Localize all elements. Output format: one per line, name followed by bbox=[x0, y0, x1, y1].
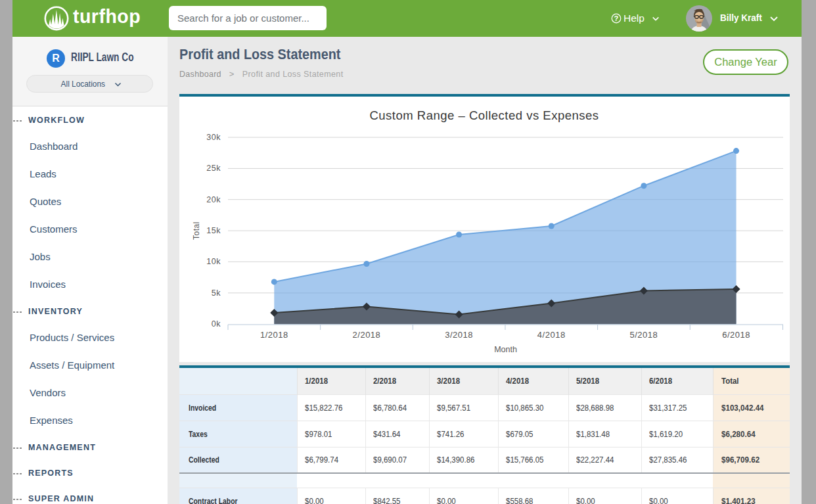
svg-text:3/2018: 3/2018 bbox=[445, 330, 473, 340]
svg-text:4/2018: 4/2018 bbox=[537, 330, 566, 340]
svg-text:25k: 25k bbox=[206, 164, 221, 173]
svg-text:2/2018: 2/2018 bbox=[353, 330, 381, 340]
svg-text:6/2018: 6/2018 bbox=[722, 330, 750, 340]
svg-text:0k: 0k bbox=[212, 319, 221, 329]
svg-text:Custom Range – Collected vs Ex: Custom Range – Collected vs Expenses bbox=[369, 108, 599, 122]
svg-text:?: ? bbox=[614, 14, 619, 22]
svg-text:30k: 30k bbox=[206, 133, 221, 142]
svg-text:Month: Month bbox=[494, 345, 517, 354]
svg-text:1/2018: 1/2018 bbox=[260, 330, 288, 340]
svg-text:5/2018: 5/2018 bbox=[630, 330, 658, 340]
svg-text:Total: Total bbox=[192, 221, 201, 240]
svg-text:5k: 5k bbox=[212, 288, 221, 298]
svg-text:15k: 15k bbox=[206, 226, 221, 235]
svg-text:10k: 10k bbox=[206, 257, 221, 266]
svg-text:20k: 20k bbox=[206, 195, 221, 204]
